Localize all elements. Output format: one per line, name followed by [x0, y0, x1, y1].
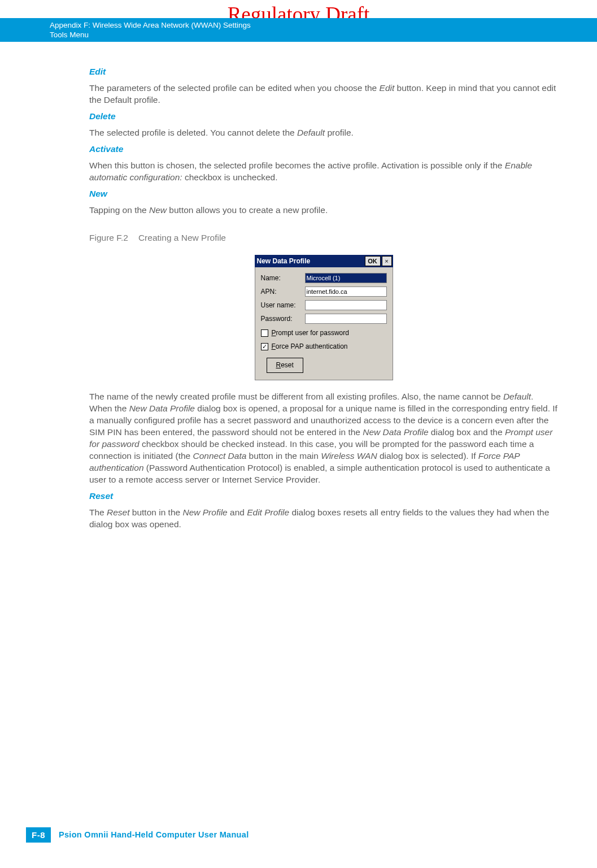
password-input[interactable] — [305, 314, 387, 324]
text: The parameters of the selected profile c… — [89, 83, 380, 93]
italic: Wireless WAN — [321, 451, 377, 461]
heading-activate: Activate — [89, 143, 558, 155]
page-number: F-8 — [26, 827, 51, 843]
new-data-profile-dialog: New Data Profile OK × Name: APN: User na… — [255, 255, 393, 380]
heading-edit: Edit — [89, 66, 558, 77]
dialog-body: Name: APN: User name: Password: P — [255, 267, 393, 380]
text: dialog box is selected). If — [377, 451, 478, 461]
para-activate: When this button is chosen, the selected… — [89, 159, 558, 183]
italic: Default — [503, 392, 531, 401]
italic: Edit Profile — [247, 507, 289, 517]
close-button[interactable]: × — [382, 256, 392, 266]
italic: New Data Profile — [129, 403, 195, 413]
para-edit: The parameters of the selected profile c… — [89, 82, 558, 106]
para-reset: The Reset button in the New Profile and … — [89, 506, 558, 530]
content-area: Edit The parameters of the selected prof… — [89, 61, 558, 532]
text: Tapping on the — [89, 205, 149, 215]
text: checkbox is unchecked. — [182, 172, 278, 182]
italic: Connect Data — [193, 451, 247, 461]
heading-delete: Delete — [89, 110, 558, 122]
force-pap-checkbox[interactable]: ✓ — [261, 343, 268, 350]
italic: New — [149, 205, 167, 215]
text: (Password Authentication Protocol) is en… — [89, 463, 550, 484]
para-new: Tapping on the New button allows you to … — [89, 204, 558, 216]
reset-button[interactable]: Reset — [267, 358, 303, 373]
para-delete: The selected profile is deleted. You can… — [89, 127, 558, 138]
italic: New Data Profile — [363, 427, 428, 437]
text: The selected profile is deleted. You can… — [89, 128, 297, 137]
figure-num: Figure F.2 — [89, 233, 128, 242]
header-line2: Tools Menu — [50, 30, 597, 40]
prompt-checkbox[interactable] — [261, 329, 268, 337]
heading-reset: Reset — [89, 490, 558, 502]
apn-label: APN: — [261, 286, 305, 298]
heading-new: New — [89, 188, 558, 199]
figure-title: Creating a New Profile — [138, 233, 226, 242]
text: dialog box and the — [429, 427, 505, 437]
password-label: Password: — [261, 313, 305, 325]
italic: Default — [297, 128, 325, 137]
page-header: Appendix F: Wireless Wide Area Network (… — [0, 18, 597, 42]
text: profile. — [325, 128, 354, 137]
text: The name of the newly created profile mu… — [89, 392, 503, 401]
page-footer: F-8 Psion Omnii Hand-Held Computer User … — [0, 827, 249, 842]
text: button in the — [130, 507, 183, 517]
force-pap-label: Force PAP authentication — [272, 341, 348, 353]
prompt-label: Prompt user for password — [272, 327, 349, 339]
italic: Edit — [380, 83, 395, 93]
text: button allows you to create a new profil… — [167, 205, 328, 215]
header-line1: Appendix F: Wireless Wide Area Network (… — [50, 20, 597, 30]
name-label: Name: — [261, 272, 305, 284]
footer-title: Psion Omnii Hand-Held Computer User Manu… — [59, 830, 249, 839]
text: The — [89, 507, 107, 517]
para-after-figure: The name of the newly created profile mu… — [89, 390, 558, 485]
figure-caption: Figure F.2Creating a New Profile — [89, 232, 558, 244]
text: button in the main — [246, 451, 321, 461]
username-input[interactable] — [305, 300, 387, 310]
italic: New Profile — [182, 507, 227, 517]
apn-input[interactable] — [305, 287, 387, 297]
username-label: User name: — [261, 300, 305, 311]
dialog-screenshot: New Data Profile OK × Name: APN: User na… — [89, 255, 558, 380]
ok-button[interactable]: OK — [365, 256, 381, 266]
text: and — [228, 507, 247, 517]
name-input[interactable] — [305, 273, 387, 283]
text: When this button is chosen, the selected… — [89, 160, 505, 170]
dialog-titlebar: New Data Profile OK × — [255, 255, 393, 267]
italic: Reset — [107, 507, 130, 517]
dialog-title-text: New Data Profile — [257, 255, 311, 267]
